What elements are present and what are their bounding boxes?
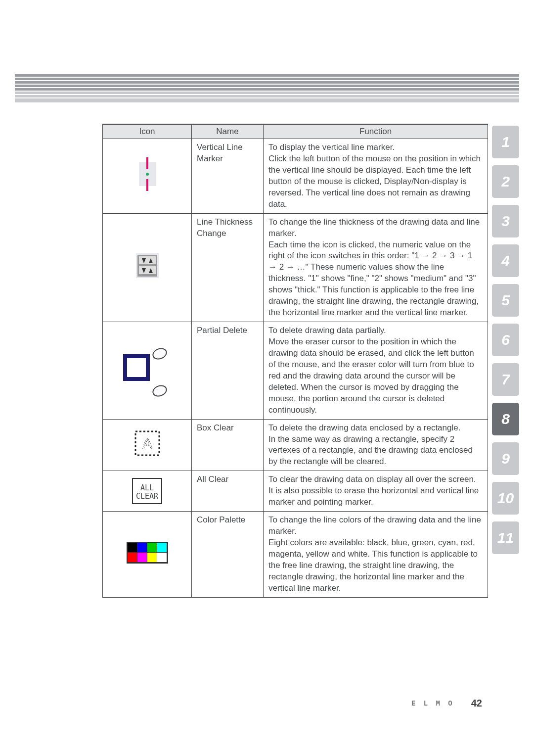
- svg-rect-1: [146, 157, 148, 169]
- stripe: [15, 98, 519, 102]
- svg-rect-18: [128, 543, 137, 552]
- svg-point-14: [151, 384, 168, 398]
- tab-4[interactable]: 4: [492, 244, 519, 277]
- tab-11[interactable]: 11: [492, 521, 519, 554]
- table-row: Partial Delete To delete drawing data pa…: [103, 322, 488, 420]
- tab-3[interactable]: 3: [492, 205, 519, 237]
- svg-rect-2: [146, 179, 148, 191]
- th-name: Name: [192, 124, 264, 139]
- th-icon: Icon: [103, 124, 192, 139]
- table-row: Vertical Line Marker To display the vert…: [103, 139, 488, 214]
- tab-2[interactable]: 2: [492, 165, 519, 198]
- tab-8[interactable]: 8: [492, 403, 519, 435]
- svg-rect-24: [147, 553, 157, 562]
- func-cell: To change the line colors of the drawing…: [264, 512, 488, 598]
- name-cell: Partial Delete: [192, 322, 264, 420]
- tab-6[interactable]: 6: [492, 324, 519, 356]
- th-function: Function: [264, 124, 488, 139]
- allclear-line1: ALL: [140, 483, 154, 492]
- func-cell: To clear the drawing data on display all…: [264, 471, 488, 512]
- func-cell: To delete drawing data partially. Move t…: [264, 322, 488, 420]
- brand-logo: E L M O: [411, 700, 454, 708]
- icon-partial-delete: [103, 322, 192, 420]
- icon-color-palette: [103, 512, 192, 598]
- table-row: Line Thickness Change To change the line…: [103, 213, 488, 322]
- tab-7[interactable]: 7: [492, 363, 519, 396]
- page-number: 42: [471, 698, 482, 709]
- func-cell: To display the vertical line marker. Cli…: [264, 139, 488, 214]
- svg-rect-7: [139, 266, 156, 274]
- stripe: [15, 92, 519, 94]
- stripe: [15, 85, 519, 87]
- stripe: [15, 74, 519, 77]
- svg-rect-20: [147, 543, 157, 552]
- tab-5[interactable]: 5: [492, 284, 519, 317]
- stripe: [15, 88, 519, 91]
- table-row: A Box Clear To delete the drawing data e…: [103, 419, 488, 471]
- side-tabs: 1 2 3 4 5 6 7 8 9 10 11: [492, 126, 519, 598]
- icon-vertical-line-marker: [103, 139, 192, 214]
- svg-rect-12: [125, 356, 148, 379]
- stripe: [15, 95, 519, 97]
- svg-rect-6: [139, 256, 156, 264]
- svg-text:A: A: [142, 435, 152, 451]
- func-cell: To change the line thickness of the draw…: [264, 213, 488, 322]
- name-cell: Box Clear: [192, 419, 264, 471]
- svg-rect-21: [157, 543, 167, 552]
- main-content: Icon Name Function Vertical Line Marker …: [0, 113, 534, 598]
- name-cell: Vertical Line Marker: [192, 139, 264, 214]
- svg-point-3: [146, 173, 149, 176]
- tab-9[interactable]: 9: [492, 442, 519, 475]
- stripe: [15, 78, 519, 80]
- tab-1[interactable]: 1: [492, 126, 519, 158]
- tab-10[interactable]: 10: [492, 482, 519, 515]
- svg-rect-19: [137, 543, 147, 552]
- icon-all-clear: ALL CLEAR: [103, 471, 192, 512]
- svg-rect-22: [128, 553, 137, 562]
- icon-line-thickness: [103, 213, 192, 322]
- svg-rect-23: [137, 553, 147, 562]
- footer: E L M O 42: [411, 698, 482, 709]
- stripe: [15, 81, 519, 84]
- header-stripes: [0, 74, 534, 113]
- allclear-line2: CLEAR: [136, 492, 158, 501]
- svg-point-13: [151, 347, 168, 361]
- svg-rect-25: [157, 553, 167, 562]
- table-row: ALL CLEAR All Clear To clear the drawing…: [103, 471, 488, 512]
- table-row: Color Palette To change the line colors …: [103, 512, 488, 598]
- icon-box-clear: A: [103, 419, 192, 471]
- name-cell: Color Palette: [192, 512, 264, 598]
- name-cell: Line Thickness Change: [192, 213, 264, 322]
- function-table: Icon Name Function Vertical Line Marker …: [102, 124, 488, 598]
- func-cell: To delete the drawing data enclosed by a…: [264, 419, 488, 471]
- name-cell: All Clear: [192, 471, 264, 512]
